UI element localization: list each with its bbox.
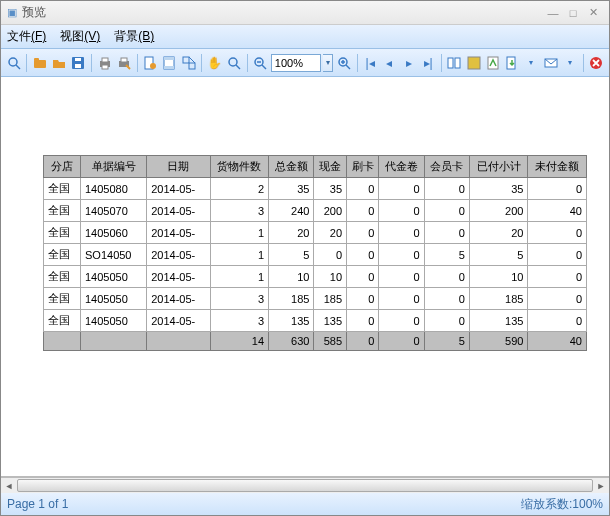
multi-page-icon[interactable] (446, 53, 463, 73)
svg-rect-11 (121, 58, 127, 62)
horizontal-scrollbar[interactable]: ◄ ► (1, 477, 609, 493)
document-viewport[interactable]: 分店单据编号日期货物件数总金额现金刷卡代金卷会员卡已付小计未付金额 全国1405… (1, 77, 609, 477)
svg-point-13 (150, 63, 156, 69)
cell: 0 (528, 178, 587, 200)
page-1: 分店单据编号日期货物件数总金额现金刷卡代金卷会员卡已付小计未付金额 全国1405… (43, 95, 587, 458)
magnifier-icon[interactable] (225, 53, 242, 73)
totals-row: 1463058500559040 (44, 332, 587, 351)
svg-rect-2 (34, 60, 46, 68)
folder-new-icon[interactable] (31, 53, 48, 73)
svg-rect-5 (75, 64, 81, 68)
cell: 0 (528, 222, 587, 244)
quick-print-icon[interactable] (115, 53, 132, 73)
cell: 1405050 (81, 288, 147, 310)
app-icon: ▣ (7, 6, 17, 19)
preview-window: ▣ 预览 — □ ✕ 文件(F) 视图(V) 背景(B) ✋ ▾ |◂ ◂ ▸ (0, 0, 610, 516)
zoom-in-icon[interactable] (335, 53, 352, 73)
close-button[interactable]: ✕ (583, 6, 603, 19)
cell: 0 (424, 310, 469, 332)
total-cell: 5 (424, 332, 469, 351)
page-indicator: Page 1 of 1 (7, 497, 68, 511)
save-icon[interactable] (70, 53, 87, 73)
cell: 0 (528, 288, 587, 310)
send-dropdown-icon[interactable]: ▾ (561, 53, 578, 73)
cell: 0 (424, 266, 469, 288)
page-setup-icon[interactable] (141, 53, 158, 73)
table-row: 全国14050702014-05-324020000020040 (44, 200, 587, 222)
prev-page-icon[interactable]: ◂ (381, 53, 398, 73)
cell: 0 (347, 200, 379, 222)
cell: 240 (269, 200, 314, 222)
total-cell: 0 (347, 332, 379, 351)
minimize-button[interactable]: — (543, 7, 563, 19)
cell: 185 (314, 288, 347, 310)
search-icon[interactable] (5, 53, 22, 73)
col-header: 刷卡 (347, 156, 379, 178)
cell: 2014-05- (147, 288, 210, 310)
cell: 135 (469, 310, 527, 332)
cell: 2014-05- (147, 244, 210, 266)
table-row: 全国14050502014-05-31851850001850 (44, 288, 587, 310)
headers-footers-icon[interactable] (161, 53, 178, 73)
scroll-right-arrow-icon[interactable]: ► (593, 478, 609, 493)
col-header: 未付金额 (528, 156, 587, 178)
cell: 200 (314, 200, 347, 222)
cell: 0 (314, 244, 347, 266)
cell: 0 (347, 222, 379, 244)
col-header: 分店 (44, 156, 81, 178)
hand-tool-icon[interactable]: ✋ (206, 53, 223, 73)
cell: 全国 (44, 266, 81, 288)
next-page-icon[interactable]: ▸ (400, 53, 417, 73)
cell: 10 (469, 266, 527, 288)
send-email-icon[interactable] (542, 53, 559, 73)
cell: 1 (210, 266, 268, 288)
svg-point-19 (229, 58, 237, 66)
background-color-icon[interactable] (465, 53, 482, 73)
print-icon[interactable] (96, 53, 113, 73)
zoom-out-icon[interactable] (252, 53, 269, 73)
menu-view[interactable]: 视图(V) (60, 28, 100, 45)
cell: 3 (210, 310, 268, 332)
zoom-input[interactable] (271, 54, 321, 72)
cell: 0 (424, 178, 469, 200)
svg-rect-3 (34, 58, 39, 61)
zoom-dropdown[interactable]: ▾ (323, 54, 334, 72)
cell: 5 (469, 244, 527, 266)
cell: 全国 (44, 200, 81, 222)
cell: 35 (469, 178, 527, 200)
cell: 135 (314, 310, 347, 332)
cell: 0 (379, 288, 424, 310)
cell: 0 (347, 244, 379, 266)
last-page-icon[interactable]: ▸| (419, 53, 436, 73)
maximize-button[interactable]: □ (563, 7, 583, 19)
svg-rect-30 (468, 57, 480, 69)
scroll-thumb[interactable] (17, 479, 593, 492)
svg-rect-6 (75, 58, 81, 61)
cell: 5 (424, 244, 469, 266)
scroll-left-arrow-icon[interactable]: ◄ (1, 478, 17, 493)
folder-open-icon[interactable] (50, 53, 67, 73)
margin-guide-left (35, 95, 37, 458)
cell: 185 (469, 288, 527, 310)
cell: 0 (379, 266, 424, 288)
total-cell: 585 (314, 332, 347, 351)
cell: 0 (379, 200, 424, 222)
export-document-icon[interactable] (503, 53, 520, 73)
export-dropdown-icon[interactable]: ▾ (523, 53, 540, 73)
cell: 2014-05- (147, 310, 210, 332)
watermark-icon[interactable] (484, 53, 501, 73)
total-cell: 590 (469, 332, 527, 351)
cell: 0 (379, 222, 424, 244)
menu-background[interactable]: 背景(B) (114, 28, 154, 45)
exit-icon[interactable] (588, 53, 605, 73)
table-row: 全国SO140502014-05-15000550 (44, 244, 587, 266)
menu-file[interactable]: 文件(F) (7, 28, 46, 45)
cell: 1405080 (81, 178, 147, 200)
cell: 1405050 (81, 266, 147, 288)
scale-icon[interactable] (180, 53, 197, 73)
cell: 0 (528, 310, 587, 332)
table-row: 全国14050502014-05-11010000100 (44, 266, 587, 288)
svg-rect-15 (164, 57, 174, 60)
svg-line-1 (16, 65, 20, 69)
first-page-icon[interactable]: |◂ (362, 53, 379, 73)
